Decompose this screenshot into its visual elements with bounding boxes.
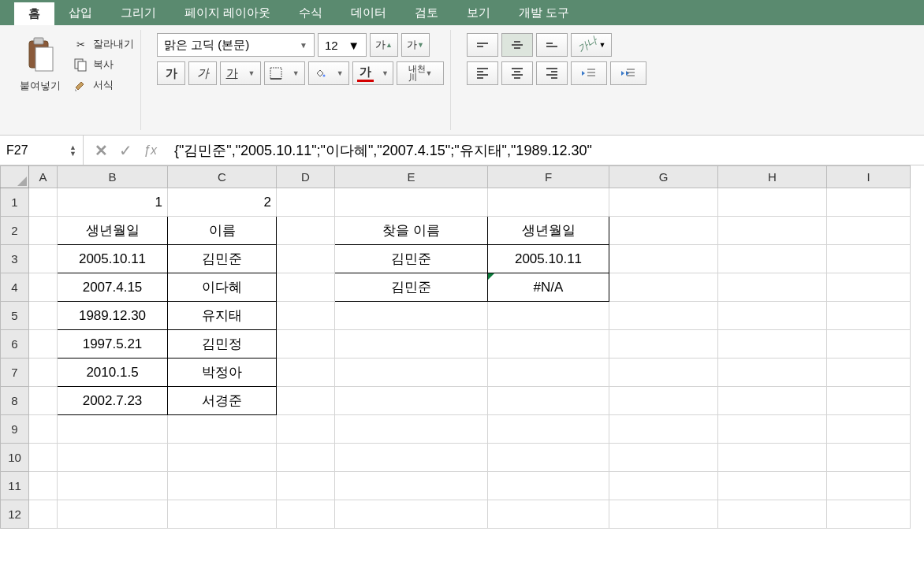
cell-E4[interactable]: 김민준 <box>335 273 488 302</box>
paste-button[interactable]: 붙여넣기 <box>14 33 66 96</box>
row-header-9[interactable]: 9 <box>1 415 29 444</box>
cell-I6[interactable] <box>827 330 911 359</box>
cell-E10[interactable] <box>335 444 488 472</box>
cell-B9[interactable] <box>58 415 168 444</box>
cell-H1[interactable] <box>718 188 827 217</box>
cell-F5[interactable] <box>488 302 609 330</box>
bold-button[interactable]: 가 <box>157 61 185 85</box>
cell-B10[interactable] <box>58 444 168 472</box>
cell-E8[interactable] <box>335 387 488 415</box>
cell-H5[interactable] <box>718 302 827 330</box>
cut-button[interactable]: ✂ 잘라내기 <box>73 36 134 52</box>
cell-C2[interactable]: 이름 <box>168 217 277 245</box>
cell-I2[interactable] <box>827 217 911 245</box>
fx-button[interactable]: ƒx <box>143 143 157 158</box>
cell-G11[interactable] <box>609 472 718 500</box>
cell-H8[interactable] <box>718 387 827 415</box>
cell-C3[interactable]: 김민준 <box>168 245 277 273</box>
cell-H6[interactable] <box>718 330 827 359</box>
align-top-button[interactable] <box>467 33 498 57</box>
cell-C6[interactable]: 김민정 <box>168 330 277 359</box>
cell-D11[interactable] <box>277 472 335 500</box>
cell-E7[interactable] <box>335 359 488 387</box>
font-size-select[interactable]: 12 ▼ <box>318 33 367 57</box>
col-header-G[interactable]: G <box>609 166 718 188</box>
row-header-12[interactable]: 12 <box>1 500 29 529</box>
cell-I7[interactable] <box>827 359 911 387</box>
cell-E1[interactable] <box>335 188 488 217</box>
cell-G8[interactable] <box>609 387 718 415</box>
border-button[interactable]: ▼ <box>264 61 305 85</box>
cell-G6[interactable] <box>609 330 718 359</box>
accept-formula-button[interactable]: ✓ <box>119 141 132 160</box>
cell-A8[interactable] <box>29 387 58 415</box>
copy-button[interactable]: 복사 <box>73 57 134 72</box>
cell-D12[interactable] <box>277 500 335 529</box>
cell-C8[interactable]: 서경준 <box>168 387 277 415</box>
align-right-button[interactable] <box>536 61 568 85</box>
cell-F7[interactable] <box>488 359 609 387</box>
cell-A12[interactable] <box>29 500 58 529</box>
underline-button[interactable]: 가▼ <box>220 61 261 85</box>
cell-D2[interactable] <box>277 217 335 245</box>
cell-H7[interactable] <box>718 359 827 387</box>
tab-data[interactable]: 데이터 <box>337 0 401 25</box>
cell-E3[interactable]: 김민준 <box>335 245 488 273</box>
tab-page-layout[interactable]: 페이지 레이아웃 <box>170 0 285 25</box>
row-header-7[interactable]: 7 <box>1 359 29 387</box>
cell-C4[interactable]: 이다혜 <box>168 273 277 302</box>
cell-D9[interactable] <box>277 415 335 444</box>
row-header-10[interactable]: 10 <box>1 444 29 472</box>
row-header-1[interactable]: 1 <box>1 188 29 217</box>
cell-F4[interactable]: #N/A <box>488 273 609 302</box>
cell-H10[interactable] <box>718 444 827 472</box>
cell-G9[interactable] <box>609 415 718 444</box>
cell-A9[interactable] <box>29 415 58 444</box>
cell-H12[interactable] <box>718 500 827 529</box>
cell-F3[interactable]: 2005.10.11 <box>488 245 609 273</box>
cell-I4[interactable] <box>827 273 911 302</box>
cell-B5[interactable]: 1989.12.30 <box>58 302 168 330</box>
cell-B11[interactable] <box>58 472 168 500</box>
cell-C10[interactable] <box>168 444 277 472</box>
fill-color-button[interactable]: ▼ <box>308 61 349 85</box>
format-painter-button[interactable]: 서식 <box>73 77 134 93</box>
cell-I10[interactable] <box>827 444 911 472</box>
row-header-3[interactable]: 3 <box>1 245 29 273</box>
cell-I1[interactable] <box>827 188 911 217</box>
cell-B2[interactable]: 생년월일 <box>58 217 168 245</box>
cell-I11[interactable] <box>827 472 911 500</box>
cell-I8[interactable] <box>827 387 911 415</box>
cell-A4[interactable] <box>29 273 58 302</box>
col-header-I[interactable]: I <box>827 166 911 188</box>
cell-E11[interactable] <box>335 472 488 500</box>
cell-A1[interactable] <box>29 188 58 217</box>
cell-H11[interactable] <box>718 472 827 500</box>
align-center-button[interactable] <box>501 61 533 85</box>
name-box[interactable]: F27 ▲▼ <box>0 136 84 165</box>
cell-F12[interactable] <box>488 500 609 529</box>
cell-I12[interactable] <box>827 500 911 529</box>
cell-G10[interactable] <box>609 444 718 472</box>
tab-review[interactable]: 검토 <box>401 0 453 25</box>
row-header-8[interactable]: 8 <box>1 387 29 415</box>
align-middle-button[interactable] <box>501 33 533 57</box>
tab-draw[interactable]: 그리기 <box>106 0 170 25</box>
cell-A11[interactable] <box>29 472 58 500</box>
cell-G7[interactable] <box>609 359 718 387</box>
cell-A7[interactable] <box>29 359 58 387</box>
cell-H3[interactable] <box>718 245 827 273</box>
increase-font-button[interactable]: 가▲ <box>370 33 398 57</box>
cell-E6[interactable] <box>335 330 488 359</box>
cell-G3[interactable] <box>609 245 718 273</box>
tab-view[interactable]: 보기 <box>453 0 505 25</box>
cell-C12[interactable] <box>168 500 277 529</box>
cell-C5[interactable]: 유지태 <box>168 302 277 330</box>
col-header-F[interactable]: F <box>488 166 609 188</box>
cell-E2[interactable]: 찾을 이름 <box>335 217 488 245</box>
cell-H4[interactable] <box>718 273 827 302</box>
cell-A2[interactable] <box>29 217 58 245</box>
cancel-formula-button[interactable]: ✕ <box>95 141 108 160</box>
cell-B3[interactable]: 2005.10.11 <box>58 245 168 273</box>
row-header-6[interactable]: 6 <box>1 330 29 359</box>
